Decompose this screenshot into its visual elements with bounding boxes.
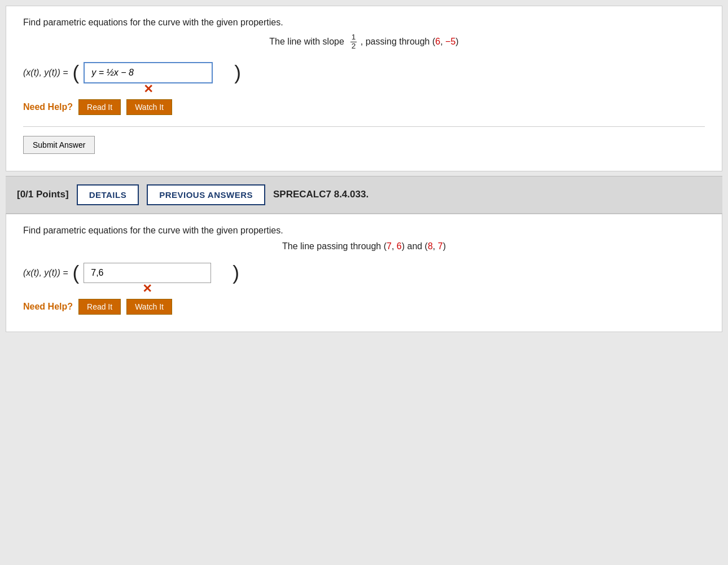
read-it-button-2[interactable]: Read It [78,299,121,315]
previous-answers-button[interactable]: PREVIOUS ANSWERS [147,184,265,205]
submit-answer-button-1[interactable]: Submit Answer [23,136,95,154]
points-label: [0/1 Points] [17,189,69,200]
answer-label-2: (x(t), y(t)) = [23,268,68,278]
wrong-mark-2: ✕ [142,282,152,295]
problem-subtext-1: The line with slope 1 2 , passing throug… [23,33,705,51]
slope-fraction: 1 2 [350,33,357,51]
problem-section-2: Find parametric equations for the curve … [6,214,722,332]
problem-instruction-1: Find parametric equations for the curve … [23,17,705,28]
watch-it-button-1[interactable]: Watch It [126,99,172,115]
need-help-label-1: Need Help? [23,102,73,112]
problem-subtext-2: The line passing through (7, 6) and (8, … [23,241,705,251]
wrong-mark-1: ✕ [143,82,154,96]
answer-input-2[interactable] [84,263,211,283]
details-bar: [0/1 Points] DETAILS PREVIOUS ANSWERS SP… [6,176,722,214]
answer-row-1: (x(t), y(t)) = ( ✕ ) [23,62,705,83]
answer-input-1[interactable] [84,62,213,83]
answer-input-wrapper-1: ✕ [84,62,213,83]
read-it-button-1[interactable]: Read It [78,99,121,115]
need-help-row-2: Need Help? Read It Watch It [23,299,705,315]
details-button[interactable]: DETAILS [77,184,139,205]
problem-section-1: Find parametric equations for the curve … [6,6,722,171]
need-help-label-2: Need Help? [23,302,73,312]
answer-input-wrapper-2: ✕ [84,263,211,283]
problem-code: SPRECALC7 8.4.033. [273,189,369,200]
need-help-row-1: Need Help? Read It Watch It [23,99,705,115]
submit-section-1: Submit Answer [23,126,705,154]
answer-row-2: (x(t), y(t)) = ( ✕ ) [23,263,705,283]
problem-instruction-2: Find parametric equations for the curve … [23,226,705,236]
answer-label-1: (x(t), y(t)) = [23,68,68,78]
watch-it-button-2[interactable]: Watch It [126,299,172,315]
